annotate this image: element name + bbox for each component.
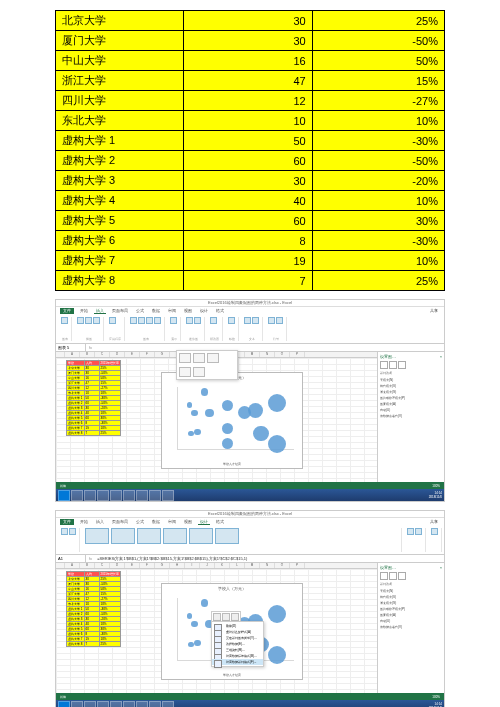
tab-insert[interactable]: 插入 — [94, 519, 106, 525]
ctx-format-series[interactable]: 设置数据系列格式(F)... — [212, 659, 263, 665]
bubble-point[interactable] — [191, 621, 197, 627]
taskbar-app[interactable] — [149, 490, 161, 501]
taskbar-app[interactable] — [84, 490, 96, 501]
sparkline-icon[interactable] — [186, 317, 193, 324]
tab-review[interactable]: 审阅 — [166, 519, 178, 525]
change-type-icon[interactable] — [431, 528, 438, 535]
bubble-point[interactable] — [222, 438, 233, 449]
bubble-point[interactable] — [268, 605, 286, 623]
zoom-level[interactable]: 100% — [432, 695, 440, 699]
taskbar-app[interactable] — [162, 490, 174, 501]
equation-icon[interactable] — [268, 317, 275, 324]
bubble-point[interactable] — [201, 599, 209, 607]
pivottable-icon[interactable] — [61, 317, 68, 324]
taskbar-app[interactable] — [71, 701, 83, 708]
tab-view[interactable]: 视图 — [182, 519, 194, 525]
tab-design[interactable]: 设计 — [198, 308, 210, 314]
bubble-point[interactable] — [188, 642, 194, 648]
bubble-point[interactable] — [194, 640, 201, 647]
bubble-point[interactable] — [222, 423, 233, 434]
chart-line-icon[interactable] — [138, 317, 145, 324]
shapes-icon[interactable] — [85, 317, 92, 324]
effects-tab-icon[interactable] — [389, 572, 397, 580]
system-clock[interactable]: 14:142018/11/6 — [429, 491, 442, 499]
taskbar-app[interactable] — [149, 701, 161, 708]
start-button[interactable] — [58, 701, 70, 708]
bubble-point[interactable] — [253, 426, 269, 442]
switch-rowcol-icon[interactable] — [407, 528, 414, 535]
bubble-point[interactable] — [205, 409, 213, 417]
tab-data[interactable]: 数据 — [150, 308, 162, 314]
tab-insert[interactable]: 插入 — [94, 308, 106, 314]
bubble-point[interactable] — [222, 400, 233, 411]
chart-style-icon[interactable] — [189, 528, 213, 544]
tab-formulas[interactable]: 公式 — [134, 308, 146, 314]
addins-icon[interactable] — [109, 317, 116, 324]
bubble-point[interactable] — [188, 431, 194, 437]
select-data-icon[interactable] — [415, 528, 422, 535]
chart-style-icon[interactable] — [137, 528, 161, 544]
share-button[interactable]: 共享 — [428, 308, 440, 314]
effects-icon[interactable] — [231, 613, 239, 621]
link-icon[interactable] — [228, 317, 235, 324]
taskbar-app[interactable] — [136, 701, 148, 708]
bubble-point[interactable] — [268, 394, 286, 412]
bubble-3d-icon[interactable] — [193, 367, 205, 377]
taskbar-app[interactable] — [97, 701, 109, 708]
taskbar-app[interactable] — [110, 701, 122, 708]
taskbar-app[interactable] — [97, 490, 109, 501]
close-icon[interactable]: × — [440, 565, 442, 570]
bubble-point[interactable] — [194, 429, 201, 436]
share-button[interactable]: 共享 — [428, 519, 440, 525]
cell-grid[interactable]: ABCDEFGHIJKLMNOP 学校人均2015年增长率北京大学3025%厦门… — [56, 352, 377, 482]
textbox-icon[interactable] — [244, 317, 251, 324]
size-tab-icon[interactable] — [398, 572, 406, 580]
chart-style-icon[interactable] — [163, 528, 187, 544]
effects-tab-icon[interactable] — [389, 361, 397, 369]
bubble-point[interactable] — [268, 646, 286, 664]
cell-grid[interactable]: ABCDEFGHIJKLMNOP 学校人均2015年增长率北京大学3025%厦门… — [56, 563, 377, 693]
taskbar-app[interactable] — [136, 490, 148, 501]
bubble-point[interactable] — [201, 388, 209, 396]
chart-style-icon[interactable] — [215, 528, 239, 544]
scatter-smooth-icon[interactable] — [193, 353, 205, 363]
formula-text[interactable]: =SERIES(方案1!$B$1,(方案1!$B$2:$B$15,方案1!$B$… — [95, 555, 249, 562]
taskbar-app[interactable] — [71, 490, 83, 501]
bubble-point[interactable] — [187, 613, 193, 619]
fill-icon[interactable] — [213, 613, 221, 621]
taskbar-app[interactable] — [123, 490, 135, 501]
zoom-level[interactable]: 100% — [432, 484, 440, 488]
name-box[interactable]: A1 — [56, 555, 86, 562]
header-icon[interactable] — [252, 317, 259, 324]
smartart-icon[interactable] — [93, 317, 100, 324]
chart-bar-icon[interactable] — [130, 317, 137, 324]
taskbar-app[interactable] — [84, 701, 96, 708]
symbol-icon[interactable] — [276, 317, 283, 324]
scatter-option-icon[interactable] — [179, 353, 191, 363]
tab-file[interactable]: 文件 — [60, 308, 74, 314]
add-element-icon[interactable] — [61, 528, 68, 535]
tab-formulas[interactable]: 公式 — [134, 519, 146, 525]
scatter-lines-icon[interactable] — [207, 353, 219, 363]
name-box[interactable]: 图表 5 — [56, 344, 86, 351]
map-icon[interactable] — [170, 317, 177, 324]
tab-review[interactable]: 审阅 — [166, 308, 178, 314]
bubble-point[interactable] — [191, 410, 197, 416]
bubble-point[interactable] — [268, 435, 286, 453]
chart-style-icon[interactable] — [85, 528, 109, 544]
fill-tab-icon[interactable] — [380, 572, 388, 580]
tab-design[interactable]: 设计 — [198, 519, 210, 525]
bubble-point[interactable] — [187, 402, 193, 408]
tab-format[interactable]: 格式 — [214, 519, 226, 525]
tab-data[interactable]: 数据 — [150, 519, 162, 525]
chart-pie-icon[interactable] — [146, 317, 153, 324]
size-tab-icon[interactable] — [398, 361, 406, 369]
taskbar-app[interactable] — [123, 701, 135, 708]
tab-layout[interactable]: 页面布局 — [110, 308, 130, 314]
tab-file[interactable]: 文件 — [60, 519, 74, 525]
pictures-icon[interactable] — [77, 317, 84, 324]
fill-tab-icon[interactable] — [380, 361, 388, 369]
system-clock[interactable]: 14:142018/11/6 — [429, 702, 442, 707]
close-icon[interactable]: × — [440, 354, 442, 359]
sparkline2-icon[interactable] — [194, 317, 201, 324]
